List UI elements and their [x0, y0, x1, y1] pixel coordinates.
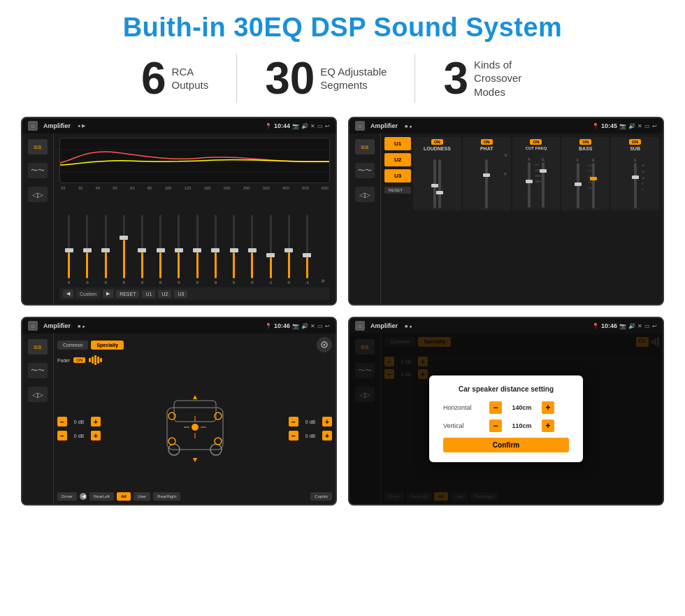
eq-play-btn[interactable]: ▶ [103, 289, 113, 298]
phat-slider: GF [465, 152, 509, 208]
eq-slider-12[interactable]: 0 [281, 215, 297, 285]
home-icon-4[interactable]: ⌂ [355, 321, 365, 331]
module-sub: ON SUB G 20151050 [611, 137, 659, 210]
eq-icon-3[interactable]: ≡≡ [28, 339, 48, 354]
loudness-on[interactable]: ON [431, 139, 443, 145]
db-minus-4[interactable]: − [289, 431, 298, 440]
eq-slider-10[interactable]: 0 [244, 215, 260, 285]
db-plus-1[interactable]: + [91, 417, 101, 427]
back-icon-4: ↩ [652, 323, 657, 329]
horizontal-plus[interactable]: + [542, 401, 554, 414]
cutfreq-on[interactable]: ON [530, 139, 542, 145]
left-arrow-icon[interactable]: ◀ [80, 493, 87, 500]
screen-speaker: ⌂ Amplifier ■ ● 📍 10:46 📷 🔊 ✕ ▭ ↩ ≡≡ 〜〜 [21, 317, 337, 506]
speaker-icon-2[interactable]: ◁▷ [355, 187, 375, 202]
stat-rca-number: 6 [141, 56, 166, 101]
bass-on[interactable]: ON [579, 139, 591, 145]
status-bar-4: ⌂ Amplifier ■ ● 📍 10:46 📷 🔊 ✕ ▭ ↩ [349, 318, 663, 334]
wave-icon[interactable]: 〜〜 [28, 163, 48, 178]
status-dots-3: ■ ● [78, 324, 85, 329]
db-plus-2[interactable]: + [91, 431, 101, 440]
horizontal-label: Horizontal [443, 404, 485, 411]
loudness-slider-1[interactable] [433, 159, 436, 208]
settings-icon[interactable] [317, 337, 332, 352]
rect-icon-1: ▭ [317, 123, 323, 129]
eq-slider-4[interactable]: 0 [134, 215, 150, 285]
vertical-row: Vertical − 110cm + [443, 420, 569, 432]
status-icons-4: 📍 10:46 📷 🔊 ✕ ▭ ↩ [592, 322, 657, 329]
spk-rearleft[interactable]: RearLeft [89, 492, 114, 501]
eq-slider-3[interactable]: 5 [116, 215, 132, 285]
loudness-label: LOUDNESS [424, 146, 451, 151]
eq-u1-btn[interactable]: U1 [142, 290, 155, 298]
confirm-button[interactable]: Confirm [443, 438, 569, 452]
eq-slider-8[interactable]: 0 [208, 215, 224, 285]
vertical-minus[interactable]: − [489, 420, 502, 432]
eq-left-panel: ≡≡ 〜〜 ◁▷ [22, 134, 54, 304]
speaker-icon-3[interactable]: ◁▷ [28, 387, 48, 402]
horizontal-minus[interactable]: − [489, 401, 502, 414]
stat-eq-number: 30 [265, 56, 315, 101]
home-icon-2[interactable]: ⌂ [355, 121, 365, 131]
eq-slider-6[interactable]: 0 [171, 215, 187, 285]
eq-slider-5[interactable]: 0 [152, 215, 168, 285]
db-minus-3[interactable]: − [289, 417, 298, 427]
wave-icon-3[interactable]: 〜〜 [28, 363, 48, 378]
db-value-1: 0 dB [69, 420, 89, 424]
eq-prev-btn[interactable]: ◀ [63, 289, 73, 298]
sub-on[interactable]: ON [629, 139, 641, 145]
db-minus-1[interactable]: − [57, 417, 67, 427]
spk-driver[interactable]: Driver [57, 492, 77, 501]
crossover-reset[interactable]: RESET [384, 187, 411, 194]
time-1: 10:44 [274, 122, 290, 129]
db-plus-3[interactable]: + [322, 417, 332, 427]
loudness-slider-2[interactable] [438, 159, 441, 208]
spk-all[interactable]: All [117, 492, 131, 501]
db-minus-2[interactable]: − [57, 431, 67, 440]
cam-icon-3: 📷 [292, 323, 299, 329]
sub-sliders: G 20151050 [634, 152, 637, 208]
home-icon-1[interactable]: ⌂ [28, 121, 38, 131]
time-4: 10:46 [601, 322, 617, 329]
screen-crossover: ⌂ Amplifier ■ ● 📍 10:45 📷 🔊 ✕ ▭ ↩ ≡≡ 〜〜 [348, 117, 664, 306]
fader-on[interactable]: ON [73, 357, 85, 363]
eq-preset-btn[interactable]: Custom [76, 290, 100, 298]
home-icon-3[interactable]: ⌂ [28, 321, 38, 331]
eq-u3-btn[interactable]: U3 [174, 290, 187, 298]
tab-specialty[interactable]: Specialty [91, 341, 124, 350]
rect-icon-2: ▭ [644, 123, 650, 129]
phat-on[interactable]: ON [481, 139, 493, 145]
spk-copilot[interactable]: Copilot [310, 492, 332, 501]
spk-rearright[interactable]: RearRight [153, 492, 180, 501]
stat-rca: 6 RCAOutputs [113, 56, 236, 101]
eq-icon-2[interactable]: ≡≡ [355, 139, 375, 155]
spk-user[interactable]: User [134, 492, 151, 501]
module-cutfreq: ON CUT FREQ F 3.0100Hz90Hz80Hz [512, 137, 561, 210]
screen-eq: ⌂ Amplifier ● ▶ 📍 10:44 📷 🔊 ✕ ▭ ↩ ≡≡ 〜〜 [21, 117, 337, 306]
eq-slider-2[interactable]: 0 [97, 215, 113, 285]
eq-icon[interactable]: ≡≡ [28, 139, 48, 155]
db-plus-4[interactable]: + [322, 431, 332, 440]
tab-common[interactable]: Common [57, 341, 88, 350]
speaker-icon[interactable]: ◁▷ [28, 187, 48, 202]
wave-icon-2[interactable]: 〜〜 [355, 163, 375, 178]
sub-label: SUB [630, 146, 640, 151]
eq-slider-9[interactable]: 0 [226, 215, 242, 285]
preset-u1[interactable]: U1 [384, 137, 411, 150]
preset-u2[interactable]: U2 [384, 153, 411, 166]
eq-reset-btn[interactable]: RESET [116, 290, 139, 298]
rect-icon-3: ▭ [317, 323, 323, 329]
preset-u3[interactable]: U3 [384, 169, 411, 182]
stats-row: 6 RCAOutputs 30 EQ AdjustableSegments 3 … [21, 54, 664, 103]
eq-slider-11[interactable]: -1 [262, 215, 278, 285]
speaker-bottom-btns: Driver ◀ RearLeft All User RearRight Cop… [57, 492, 332, 501]
eq-slider-13[interactable]: -1 [299, 215, 315, 285]
vertical-plus[interactable]: + [542, 420, 554, 432]
status-dots-4: ■ ● [405, 324, 412, 329]
eq-slider-0[interactable]: 0 [61, 215, 77, 285]
eq-slider-1[interactable]: 0 [79, 215, 95, 285]
eq-u2-btn[interactable]: U2 [158, 290, 171, 298]
cam-icon-2: 📷 [619, 123, 626, 129]
crossover-presets: U1 U2 U3 RESET [384, 137, 411, 301]
eq-slider-7[interactable]: 0 [189, 215, 206, 285]
